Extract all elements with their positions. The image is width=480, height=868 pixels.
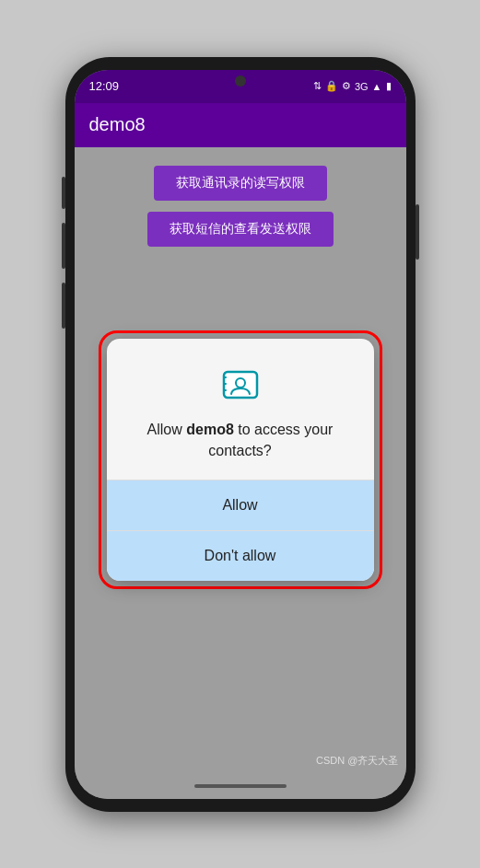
data-sync-icon: ⇅	[313, 80, 322, 92]
signal-icon: ▲	[372, 81, 382, 92]
phone-screen: 12:09 ⇅ 🔒 ⚙ 3G ▲ ▮ demo8 获取通讯录的读写权限 获取短信…	[75, 70, 406, 799]
network-type-label: 3G	[355, 81, 369, 92]
dialog-overlay: Allow demo8 to access your contacts? All…	[75, 147, 406, 773]
dialog-body: Allow demo8 to access your contacts?	[107, 339, 374, 480]
dialog-message: Allow demo8 to access your contacts?	[129, 420, 352, 461]
permission-dialog: Allow demo8 to access your contacts? All…	[107, 339, 374, 581]
app-bar: demo8	[75, 103, 406, 147]
svg-rect-0	[224, 372, 257, 398]
deny-button[interactable]: Don't allow	[107, 531, 374, 581]
camera-hole	[235, 75, 246, 87]
home-indicator	[194, 784, 287, 788]
dialog-app-name: demo8	[186, 422, 234, 437]
extra-button	[62, 283, 65, 329]
dialog-highlight-border: Allow demo8 to access your contacts? All…	[99, 330, 382, 589]
status-time: 12:09	[89, 79, 120, 93]
volume-up-button	[62, 177, 65, 209]
lock-icon: 🔒	[325, 80, 338, 92]
svg-rect-3	[224, 383, 227, 385]
svg-rect-2	[224, 376, 227, 378]
dialog-buttons: Allow Don't allow	[107, 480, 374, 581]
allow-button[interactable]: Allow	[107, 480, 374, 530]
status-icons: ⇅ 🔒 ⚙ 3G ▲ ▮	[313, 80, 392, 92]
svg-rect-4	[224, 389, 227, 391]
battery-icon: ▮	[386, 80, 392, 92]
volume-down-button	[62, 223, 65, 269]
bottom-bar	[75, 773, 406, 799]
contacts-icon	[220, 365, 261, 405]
phone-device: 12:09 ⇅ 🔒 ⚙ 3G ▲ ▮ demo8 获取通讯录的读写权限 获取短信…	[65, 57, 416, 812]
main-content: 获取通讯录的读写权限 获取短信的查看发送权限	[75, 147, 406, 773]
settings-icon: ⚙	[342, 80, 351, 92]
power-button	[416, 204, 419, 260]
app-title: demo8	[89, 114, 146, 135]
